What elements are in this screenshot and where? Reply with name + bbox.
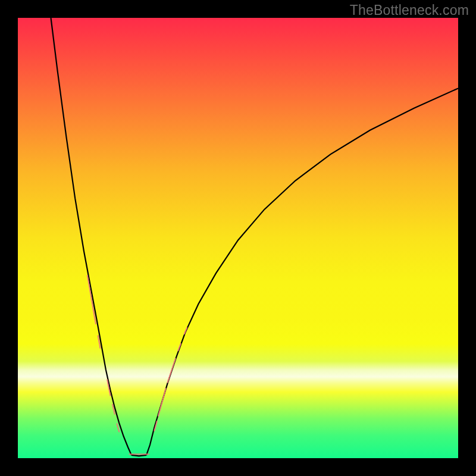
right-curve-path — [146, 88, 458, 455]
marker-capsule — [168, 359, 176, 383]
outer-frame: TheBottleneck.com — [0, 0, 476, 476]
curve-layer — [51, 18, 459, 456]
marker-capsule — [117, 424, 120, 431]
chart-svg — [18, 18, 458, 458]
watermark-text: TheBottleneck.com — [350, 2, 469, 18]
marker-capsule — [87, 275, 96, 324]
marker-layer — [87, 275, 187, 454]
left-curve-path — [51, 18, 131, 455]
valley-floor-path — [131, 455, 146, 456]
marker-capsule — [158, 389, 166, 416]
